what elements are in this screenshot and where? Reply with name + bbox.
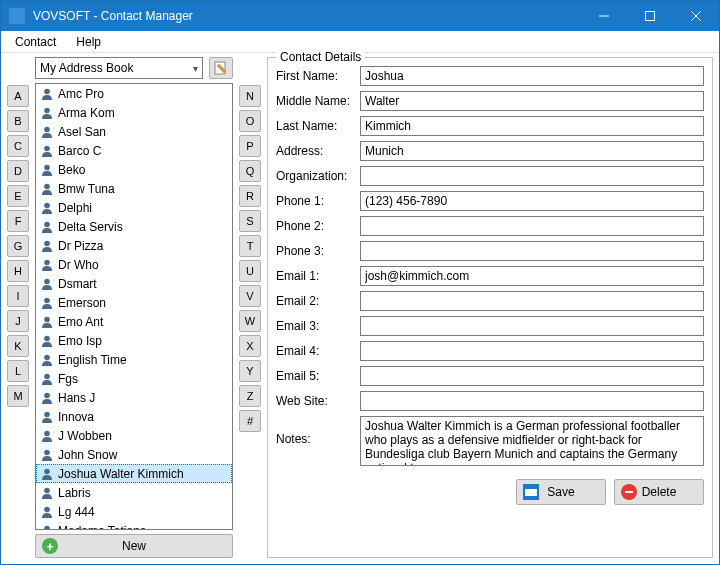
edit-address-book-button[interactable]: [209, 57, 233, 79]
save-button[interactable]: Save: [516, 479, 606, 505]
contact-item[interactable]: Bmw Tuna: [36, 179, 232, 198]
label-email1: Email 1:: [276, 269, 354, 283]
save-icon: [523, 484, 539, 500]
contact-item[interactable]: Delta Servis: [36, 217, 232, 236]
website-field[interactable]: [360, 391, 704, 411]
letter-button-z[interactable]: Z: [239, 385, 261, 407]
email4-field[interactable]: [360, 341, 704, 361]
letter-button-p[interactable]: P: [239, 135, 261, 157]
contact-list[interactable]: Amc ProArma KomAsel SanBarco CBekoBmw Tu…: [35, 83, 233, 530]
letter-button-i[interactable]: I: [7, 285, 29, 307]
contact-item[interactable]: Hans J: [36, 388, 232, 407]
contact-item[interactable]: Emerson: [36, 293, 232, 312]
contact-item[interactable]: John Snow: [36, 445, 232, 464]
svg-point-12: [44, 221, 50, 227]
letter-button-o[interactable]: O: [239, 110, 261, 132]
email5-field[interactable]: [360, 366, 704, 386]
contact-item[interactable]: Lg 444: [36, 502, 232, 521]
label-email4: Email 4:: [276, 344, 354, 358]
contact-item[interactable]: Dr Who: [36, 255, 232, 274]
svg-rect-1: [646, 12, 655, 21]
contact-item[interactable]: Dr Pizza: [36, 236, 232, 255]
contact-item[interactable]: Dsmart: [36, 274, 232, 293]
svg-point-21: [44, 392, 50, 398]
email2-field[interactable]: [360, 291, 704, 311]
letter-button-k[interactable]: K: [7, 335, 29, 357]
letter-button-t[interactable]: T: [239, 235, 261, 257]
contact-item-label: Joshua Walter Kimmich: [58, 467, 184, 481]
organization-field[interactable]: [360, 166, 704, 186]
phone3-field[interactable]: [360, 241, 704, 261]
contact-item[interactable]: Emo Ant: [36, 312, 232, 331]
letter-button-hash[interactable]: #: [239, 410, 261, 432]
notes-field[interactable]: [360, 416, 704, 466]
contact-details-panel: Contact Details First Name: Middle Name:…: [267, 57, 713, 558]
pencil-icon: [214, 61, 228, 75]
label-organization: Organization:: [276, 169, 354, 183]
svg-point-5: [44, 88, 50, 94]
contact-item[interactable]: Beko: [36, 160, 232, 179]
new-contact-button[interactable]: + New: [35, 534, 233, 558]
contact-item-label: English Time: [58, 353, 127, 367]
minimize-button[interactable]: [581, 1, 627, 31]
contact-item[interactable]: Innova: [36, 407, 232, 426]
phone2-field[interactable]: [360, 216, 704, 236]
svg-point-23: [44, 430, 50, 436]
contact-item[interactable]: Barco C: [36, 141, 232, 160]
letter-button-v[interactable]: V: [239, 285, 261, 307]
contact-item-label: John Snow: [58, 448, 117, 462]
letter-index-right: NOPQRSTUVWXYZ#: [239, 57, 261, 558]
label-email3: Email 3:: [276, 319, 354, 333]
letter-button-h[interactable]: H: [7, 260, 29, 282]
menu-contact[interactable]: Contact: [5, 33, 66, 51]
contact-item[interactable]: Labris: [36, 483, 232, 502]
letter-button-a[interactable]: A: [7, 85, 29, 107]
letter-button-u[interactable]: U: [239, 260, 261, 282]
letter-button-g[interactable]: G: [7, 235, 29, 257]
letter-button-q[interactable]: Q: [239, 160, 261, 182]
contact-item-label: Asel San: [58, 125, 106, 139]
contact-item[interactable]: Fgs: [36, 369, 232, 388]
menu-help[interactable]: Help: [66, 33, 111, 51]
letter-button-y[interactable]: Y: [239, 360, 261, 382]
letter-button-j[interactable]: J: [7, 310, 29, 332]
letter-button-w[interactable]: W: [239, 310, 261, 332]
save-button-label: Save: [547, 485, 574, 499]
contact-item[interactable]: Asel San: [36, 122, 232, 141]
letter-button-f[interactable]: F: [7, 210, 29, 232]
letter-button-d[interactable]: D: [7, 160, 29, 182]
first-name-field[interactable]: [360, 66, 704, 86]
contact-item-label: Dr Who: [58, 258, 99, 272]
phone1-field[interactable]: [360, 191, 704, 211]
email1-field[interactable]: [360, 266, 704, 286]
email3-field[interactable]: [360, 316, 704, 336]
close-button[interactable]: [673, 1, 719, 31]
address-field[interactable]: [360, 141, 704, 161]
contact-item[interactable]: Madame Tatiana: [36, 521, 232, 530]
letter-button-e[interactable]: E: [7, 185, 29, 207]
letter-button-l[interactable]: L: [7, 360, 29, 382]
contact-item[interactable]: Joshua Walter Kimmich: [36, 464, 232, 483]
middle-name-field[interactable]: [360, 91, 704, 111]
address-book-select[interactable]: My Address Book ▾: [35, 57, 203, 79]
delete-button[interactable]: Delete: [614, 479, 704, 505]
letter-button-r[interactable]: R: [239, 185, 261, 207]
letter-button-s[interactable]: S: [239, 210, 261, 232]
svg-point-17: [44, 316, 50, 322]
letter-button-c[interactable]: C: [7, 135, 29, 157]
contact-item[interactable]: Amc Pro: [36, 84, 232, 103]
last-name-field[interactable]: [360, 116, 704, 136]
contact-item-label: Delta Servis: [58, 220, 123, 234]
contact-item[interactable]: J Wobben: [36, 426, 232, 445]
contact-item[interactable]: English Time: [36, 350, 232, 369]
maximize-button[interactable]: [627, 1, 673, 31]
letter-button-n[interactable]: N: [239, 85, 261, 107]
contact-item[interactable]: Arma Kom: [36, 103, 232, 122]
contact-item[interactable]: Delphi: [36, 198, 232, 217]
contact-item[interactable]: Emo Isp: [36, 331, 232, 350]
letter-button-m[interactable]: M: [7, 385, 29, 407]
svg-point-9: [44, 164, 50, 170]
letter-button-x[interactable]: X: [239, 335, 261, 357]
svg-point-19: [44, 354, 50, 360]
letter-button-b[interactable]: B: [7, 110, 29, 132]
